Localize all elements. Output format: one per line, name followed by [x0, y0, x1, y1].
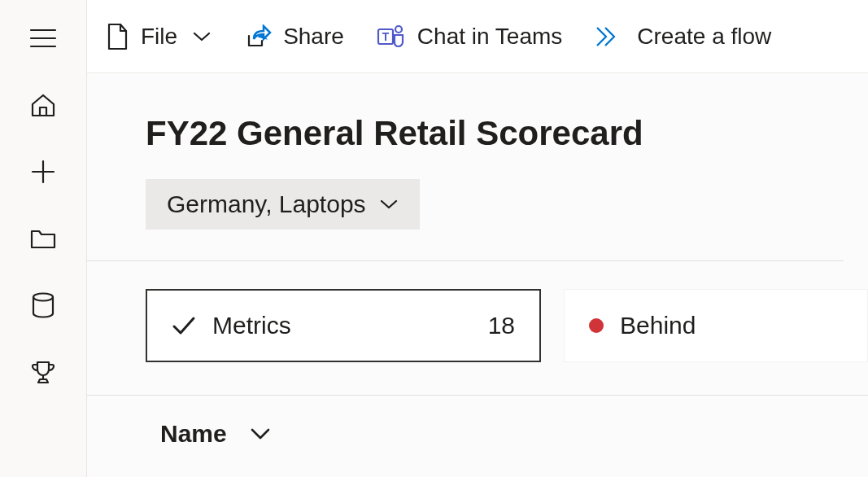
- create-flow-button[interactable]: Create a flow: [595, 24, 771, 50]
- metrics-count: 18: [488, 312, 515, 339]
- create-flow-label: Create a flow: [637, 24, 771, 50]
- filter-dropdown[interactable]: Germany, Laptops: [146, 179, 420, 230]
- behind-card[interactable]: Behind: [564, 289, 868, 362]
- column-name-header[interactable]: Name: [160, 420, 227, 448]
- svg-point-9: [395, 26, 402, 33]
- share-button[interactable]: Share: [244, 24, 344, 50]
- left-nav-rail: [0, 0, 87, 477]
- chevron-down-icon: [379, 198, 399, 211]
- table-header: Name: [87, 395, 868, 448]
- home-icon[interactable]: [29, 91, 57, 119]
- file-page-icon: [105, 22, 129, 51]
- teams-icon: T: [377, 23, 406, 50]
- flow-icon: [595, 24, 626, 49]
- summary-row: Metrics 18 Behind: [146, 261, 868, 362]
- chat-teams-label: Chat in Teams: [417, 24, 562, 50]
- file-menu-button[interactable]: File: [105, 22, 212, 51]
- top-command-bar: File Share T Chat in Teams Create a flow: [87, 0, 868, 73]
- file-menu-label: File: [141, 24, 177, 50]
- plus-icon[interactable]: [29, 158, 57, 186]
- filter-label: Germany, Laptops: [167, 190, 366, 218]
- share-icon: [244, 24, 272, 49]
- svg-text:T: T: [382, 30, 390, 43]
- trophy-icon[interactable]: [29, 358, 57, 386]
- folder-icon[interactable]: [29, 225, 57, 252]
- behind-label: Behind: [620, 312, 696, 339]
- status-dot-icon: [589, 318, 604, 333]
- share-label: Share: [283, 24, 344, 50]
- metrics-card[interactable]: Metrics 18: [146, 289, 541, 362]
- chevron-down-icon: [192, 30, 212, 43]
- metrics-label: Metrics: [212, 312, 291, 339]
- main-area: File Share T Chat in Teams Create a flow…: [87, 0, 868, 477]
- content-area: FY22 General Retail Scorecard Germany, L…: [87, 73, 868, 477]
- database-icon[interactable]: [29, 291, 57, 319]
- chevron-down-icon[interactable]: [250, 427, 271, 441]
- hamburger-menu-icon[interactable]: [29, 24, 57, 52]
- checkmark-icon: [172, 315, 196, 336]
- chat-teams-button[interactable]: T Chat in Teams: [377, 23, 562, 50]
- svg-point-5: [33, 294, 53, 301]
- page-title: FY22 General Retail Scorecard: [146, 114, 868, 153]
